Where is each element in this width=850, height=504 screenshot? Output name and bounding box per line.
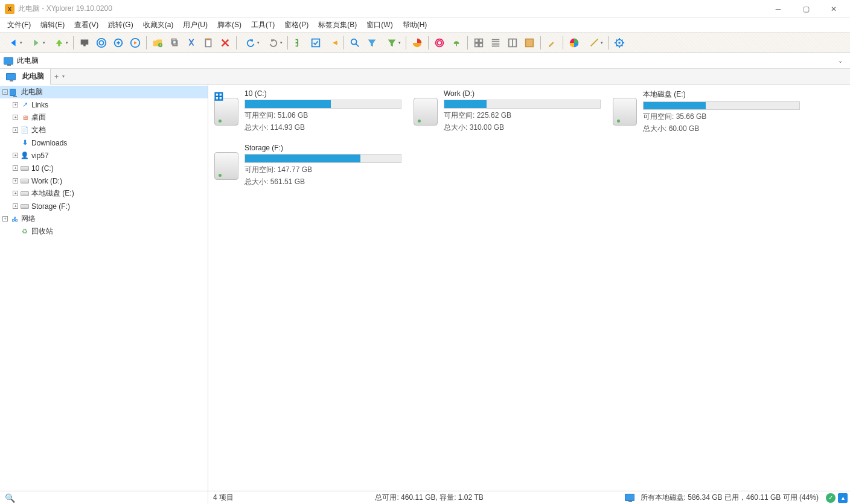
forward-icon[interactable] [25, 35, 47, 51]
redo-icon[interactable] [263, 35, 284, 51]
back-icon[interactable] [2, 35, 24, 51]
toolbar-separator [344, 36, 344, 49]
maximize-button[interactable]: ▢ [792, 0, 820, 18]
brush-icon[interactable] [544, 35, 560, 51]
filter-icon[interactable] [364, 35, 380, 51]
expand-icon[interactable]: + [13, 178, 18, 183]
titlebar: X 此电脑 - XYplorer 19.10.0200 ─ ▢ ✕ [0, 0, 850, 18]
drive-item[interactable]: 本地磁盘 (E:)可用空间: 35.66 GB总大小: 60.00 GB [613, 89, 800, 134]
spiral-icon[interactable] [432, 35, 447, 51]
folder-tree[interactable]: -此电脑+↗Links+🖥桌面+📄文档⬇Downloads+👤vip57+10 … [0, 85, 208, 491]
tree-label: 文档 [31, 125, 46, 135]
computer-icon [6, 73, 16, 80]
address-input[interactable] [17, 57, 834, 65]
menu-item[interactable]: 编辑(E) [36, 18, 69, 32]
play-icon[interactable] [127, 35, 143, 51]
menu-item[interactable]: 窗格(P) [280, 18, 313, 32]
new-folder-icon[interactable]: + [150, 35, 165, 51]
status-totals: 总可用: 460.11 GB, 容量: 1.02 TB [375, 493, 483, 503]
tree-label: Storage (F:) [31, 202, 70, 211]
minimize-button[interactable]: ─ [764, 0, 792, 18]
svg-point-4 [618, 42, 621, 44]
drive-item[interactable]: Storage (F:)可用空间: 147.77 GB总大小: 561.51 G… [214, 144, 401, 188]
color-wheel-icon[interactable] [566, 35, 582, 51]
expand-icon[interactable]: + [13, 102, 18, 107]
copy-icon[interactable] [167, 35, 182, 51]
settings-icon[interactable] [612, 35, 627, 51]
status-up-icon[interactable]: ▴ [838, 493, 848, 503]
tab-list-drop-icon[interactable]: ▾ [62, 74, 65, 79]
tree-item[interactable]: +👤vip57 [0, 149, 208, 162]
columns-icon[interactable] [505, 35, 520, 51]
expand-icon[interactable]: + [13, 127, 18, 133]
search-icon[interactable] [347, 35, 363, 51]
preview-icon[interactable] [110, 35, 126, 51]
pie-icon[interactable] [409, 35, 425, 51]
menubar: 文件(F)编辑(E)查看(V)跳转(G)收藏夹(a)用户(U)脚本(S)工具(T… [0, 18, 850, 33]
status-items: 4 项目 [213, 493, 234, 503]
window-title: 此电脑 - XYplorer 19.10.0200 [18, 4, 112, 14]
tree-item[interactable]: -此电脑 [0, 86, 208, 98]
status-ok-icon[interactable]: ✓ [826, 493, 836, 503]
expand-icon[interactable]: - [2, 89, 8, 95]
menu-item[interactable]: 跳转(G) [103, 18, 138, 32]
expand-icon[interactable]: + [2, 216, 8, 222]
paste-icon[interactable] [200, 35, 216, 51]
tree-item[interactable]: ♻回收站 [0, 225, 208, 238]
tree-icon[interactable] [291, 35, 307, 51]
tree-item[interactable]: ⬇Downloads [0, 136, 208, 149]
menu-item[interactable]: 用户(U) [178, 18, 212, 32]
close-button[interactable]: ✕ [820, 0, 848, 18]
new-tab-button[interactable]: + [54, 72, 59, 81]
toolbar-separator [236, 36, 237, 49]
menu-item[interactable]: 文件(F) [2, 18, 36, 32]
expand-icon[interactable]: + [13, 203, 18, 209]
expand-icon[interactable] [13, 229, 18, 234]
svg-text:+: + [159, 43, 162, 47]
toolbar-separator [563, 36, 563, 49]
list-icon[interactable] [488, 35, 503, 51]
toolbar-separator [608, 36, 609, 49]
drive-item[interactable]: Work (D:)可用空间: 225.62 GB总大小: 310.00 GB [414, 89, 601, 134]
cut-icon[interactable] [184, 35, 199, 51]
menu-item[interactable]: 帮助(H) [398, 18, 432, 32]
computer-icon[interactable] [77, 35, 92, 51]
tree-item[interactable]: +10 (C:) [0, 162, 208, 174]
menu-item[interactable]: 脚本(S) [212, 18, 246, 32]
tree-item[interactable]: +🖥桌面 [0, 111, 208, 124]
delete-icon[interactable] [217, 35, 233, 51]
drive-free: 可用空间: 35.66 GB [643, 112, 800, 122]
target-icon[interactable] [94, 35, 109, 51]
up-icon[interactable] [48, 35, 70, 51]
toolbar-separator [467, 36, 468, 49]
menu-item[interactable]: 查看(V) [69, 18, 103, 32]
grid-icon[interactable] [471, 35, 487, 51]
wand-icon[interactable] [583, 35, 605, 51]
address-drop-icon[interactable]: ⌄ [834, 57, 846, 64]
menu-item[interactable]: 窗口(W) [362, 18, 397, 32]
expand-icon[interactable]: + [13, 165, 18, 171]
tree-item[interactable]: +📄文档 [0, 124, 208, 136]
expand-icon[interactable]: + [13, 153, 18, 158]
tab-this-pc[interactable]: 此电脑 [0, 69, 51, 85]
tree-item[interactable]: +🖧网络 [0, 212, 208, 225]
tree-item[interactable]: +Storage (F:) [0, 200, 208, 212]
menu-item[interactable]: 收藏夹(a) [138, 18, 179, 32]
search-icon[interactable]: 🔍 [5, 493, 15, 503]
expand-icon[interactable] [13, 140, 18, 145]
expand-icon[interactable]: + [13, 191, 18, 196]
tree-item[interactable]: +↗Links [0, 98, 208, 111]
menu-item[interactable]: 工具(T) [246, 18, 280, 32]
drive-item[interactable]: 10 (C:)可用空间: 51.06 GB总大小: 114.93 GB [214, 89, 401, 134]
menu-item[interactable]: 标签页集(B) [313, 18, 362, 32]
tree-item[interactable]: +Work (D:) [0, 174, 208, 187]
pizza-icon[interactable] [325, 35, 340, 51]
tree2-icon[interactable] [449, 35, 464, 51]
select-all-icon[interactable] [308, 35, 324, 51]
drive-total: 总大小: 310.00 GB [444, 123, 601, 133]
panel-icon[interactable] [522, 35, 537, 51]
filter2-icon[interactable] [381, 35, 403, 51]
expand-icon[interactable]: + [13, 115, 18, 120]
tree-item[interactable]: +本地磁盘 (E:) [0, 187, 208, 200]
undo-icon[interactable] [240, 35, 261, 51]
